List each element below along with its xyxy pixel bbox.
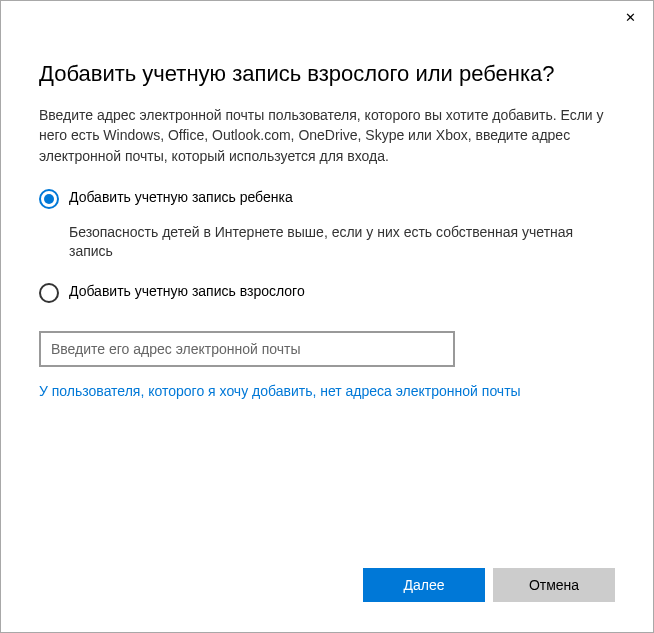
no-email-link[interactable]: У пользователя, которого я хочу добавить… [39, 383, 615, 399]
description-text: Введите адрес электронной почты пользова… [39, 105, 615, 166]
radio-icon [39, 189, 59, 209]
dialog-content: Добавить учетную запись взрослого или ре… [1, 33, 653, 568]
account-type-radio-group: Добавить учетную запись ребенка Безопасн… [39, 188, 615, 311]
dialog-footer: Далее Отмена [1, 568, 653, 632]
radio-subtext-child: Безопасность детей в Интернете выше, есл… [69, 223, 615, 262]
radio-icon [39, 283, 59, 303]
next-button[interactable]: Далее [363, 568, 485, 602]
close-button[interactable]: ✕ [607, 1, 653, 33]
titlebar: ✕ [1, 1, 653, 33]
radio-label-child: Добавить учетную запись ребенка [69, 188, 293, 205]
email-field[interactable] [39, 331, 455, 367]
radio-option-child[interactable]: Добавить учетную запись ребенка [39, 188, 615, 209]
radio-option-adult[interactable]: Добавить учетную запись взрослого [39, 282, 615, 303]
radio-dot-icon [44, 194, 54, 204]
radio-label-adult: Добавить учетную запись взрослого [69, 282, 305, 299]
dialog-window: ✕ Добавить учетную запись взрослого или … [0, 0, 654, 633]
page-title: Добавить учетную запись взрослого или ре… [39, 61, 615, 87]
close-icon: ✕ [625, 11, 636, 24]
cancel-button[interactable]: Отмена [493, 568, 615, 602]
